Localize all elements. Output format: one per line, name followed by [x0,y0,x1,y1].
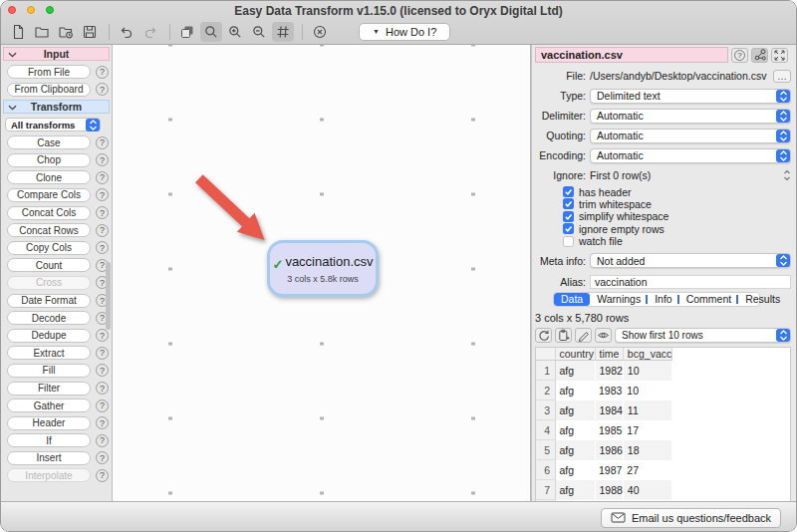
sidebar-item-gather[interactable]: Gather [7,399,91,412]
col-header-bcg-vacc[interactable]: bcg_vacc [623,348,671,361]
help-icon[interactable]: ? [96,399,109,412]
email-feedback-button[interactable]: Email us questions/feedback [601,508,781,528]
input-section-header[interactable]: Input [3,47,110,61]
table-row[interactable]: 1afg198210 [536,361,672,381]
simplify-whitespace-checkbox[interactable] [563,211,574,222]
sidebar-item-date-format[interactable]: Date Format [7,294,91,308]
table-row[interactable]: 3afg198411 [536,400,672,420]
tab-comment[interactable]: Comment [679,293,739,306]
expand-panel-button[interactable] [771,48,788,63]
sidebar-item-copy-cols[interactable]: Copy Cols [7,241,91,255]
trim-whitespace-checkbox[interactable] [563,198,574,209]
sidebar-item-from-file[interactable]: From File [7,65,91,79]
delimiter-dropdown[interactable]: Automatic [590,109,791,124]
help-icon[interactable]: ? [96,364,109,377]
view-table-button[interactable] [595,328,612,343]
sidebar-item-compare-cols[interactable]: Compare Cols [7,188,91,202]
canvas[interactable]: ✓ vaccination.csv 3 cols x 5.8k rows [113,45,530,501]
help-icon[interactable]: ? [96,451,109,464]
minimize-window-button[interactable] [27,6,35,14]
browse-file-button[interactable]: … [773,70,791,83]
show-rows-dropdown[interactable]: Show first 10 rows [615,328,791,343]
encoding-dropdown[interactable]: Automatic [590,148,791,163]
table-row[interactable]: 8afg198938 [536,500,672,501]
zoom-out-button[interactable] [248,22,270,42]
col-header-time[interactable]: time [595,348,623,361]
help-icon[interactable]: ? [96,171,109,184]
help-icon[interactable]: ? [96,206,109,219]
dataset-node-vaccination[interactable]: ✓ vaccination.csv 3 cols x 5.8k rows [267,240,379,297]
help-icon[interactable]: ? [96,329,109,342]
sidebar-item-fill[interactable]: Fill [7,364,91,378]
transform-filter-dropdown[interactable]: All transforms [5,118,101,132]
node-name-field[interactable]: vaccination.csv [535,47,728,63]
sidebar-item-dedupe[interactable]: Dedupe [7,329,91,343]
help-icon[interactable]: ? [96,136,109,149]
sidebar-item-extract[interactable]: Extract [7,346,91,360]
quoting-dropdown[interactable]: Automatic [590,129,791,143]
sidebar-item-count[interactable]: Count [7,258,91,272]
table-row[interactable]: 2afg198310 [536,381,672,400]
sidebar-item-if[interactable]: If [7,433,91,447]
sidebar-item-decode[interactable]: Decode [7,311,91,325]
save-button[interactable] [79,22,101,42]
spinner-icon[interactable] [783,169,791,181]
help-icon[interactable]: ? [96,241,109,254]
tab-data[interactable]: Data [554,293,590,306]
tab-warnings[interactable]: Warnings [590,293,648,306]
edit-table-button[interactable] [575,328,592,343]
node-view-button[interactable] [751,48,768,63]
table-row[interactable]: 4afg198517 [536,420,672,440]
sidebar-item-concat-rows[interactable]: Concat Rows [7,223,91,237]
sidebar-item-chop[interactable]: Chop [7,153,91,167]
sidebar-item-from-clipboard[interactable]: From Clipboard [7,83,91,97]
how-do-i-button[interactable]: ▼ How Do I? [359,23,450,41]
data-table-area[interactable]: country time bcg_vacc 1afg198210 2afg198… [535,347,791,501]
file-path-value[interactable]: /Users/andyb/Desktop/vaccination.csv [590,70,766,82]
close-window-button[interactable] [8,6,16,14]
refresh-button[interactable] [535,328,552,343]
sidebar-item-clone[interactable]: Clone [7,170,91,184]
zoom-window-button[interactable] [46,6,54,14]
toggle-grid-button[interactable] [272,22,294,42]
sidebar-item-filter[interactable]: Filter [7,382,91,396]
sidebar-item-insert[interactable]: Insert [7,451,91,465]
help-icon[interactable]: ? [96,469,109,482]
table-row[interactable]: 6afg198727 [536,460,672,480]
watch-file-checkbox[interactable] [563,236,574,247]
ignore-empty-rows-checkbox[interactable] [563,223,574,234]
has-header-checkbox[interactable] [563,186,574,197]
help-icon[interactable]: ? [96,83,109,96]
copy-table-button[interactable] [555,328,572,343]
tab-results[interactable]: Results [738,293,787,306]
sidebar-item-header[interactable]: Header [7,416,91,430]
sidebar-scrollbar[interactable] [106,262,111,330]
table-row[interactable]: 5afg198618 [536,440,672,460]
help-icon[interactable]: ? [96,416,109,429]
duplicate-button[interactable] [176,22,198,42]
meta-info-dropdown[interactable]: Not added [590,253,791,268]
redo-button[interactable] [139,22,161,42]
panel-help-button[interactable]: ? [731,48,748,63]
transform-section-header[interactable]: Transform [3,100,110,114]
help-icon[interactable]: ? [96,347,109,360]
col-header-country[interactable]: country [555,348,595,361]
undo-button[interactable] [116,22,137,42]
tab-info[interactable]: Info [648,293,679,306]
sidebar-item-concat-cols[interactable]: Concat Cols [7,206,91,220]
cancel-button[interactable] [309,22,331,42]
help-icon[interactable]: ? [96,224,109,237]
zoom-in-button[interactable] [224,22,246,42]
help-icon[interactable]: ? [96,153,109,166]
open-recent-button[interactable] [55,22,77,42]
table-row[interactable]: 7afg198840 [536,480,672,500]
help-icon[interactable]: ? [96,66,109,79]
ignore-rows-field[interactable]: First 0 row(s) [590,169,651,181]
search-button[interactable] [200,22,222,42]
open-file-button[interactable] [31,22,53,42]
new-file-button[interactable] [7,22,29,42]
alias-field[interactable]: vaccination [590,275,791,289]
help-icon[interactable]: ? [96,382,109,395]
type-dropdown[interactable]: Delimited text [590,89,791,104]
help-icon[interactable]: ? [96,434,109,447]
